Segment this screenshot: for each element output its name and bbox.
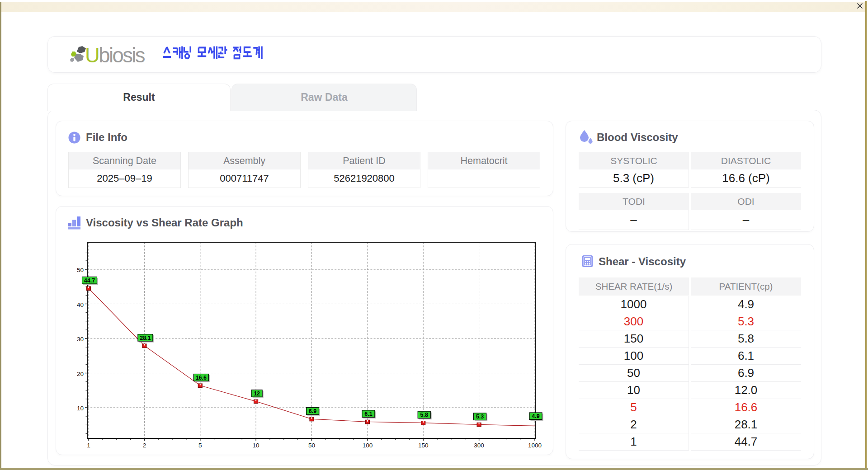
svg-text:12: 12 xyxy=(254,390,260,397)
svg-text:2: 2 xyxy=(143,442,146,449)
svg-text:16.6: 16.6 xyxy=(196,375,207,381)
svg-text:30: 30 xyxy=(77,336,84,343)
svg-text:300: 300 xyxy=(474,442,484,449)
svg-text:100: 100 xyxy=(363,442,373,449)
svg-text:1000: 1000 xyxy=(528,442,542,449)
svg-text:5: 5 xyxy=(198,442,202,449)
svg-text:28.1: 28.1 xyxy=(140,335,151,341)
svg-text:5.3: 5.3 xyxy=(476,414,484,420)
svg-text:4.9: 4.9 xyxy=(532,413,539,419)
svg-text:44.7: 44.7 xyxy=(84,277,95,284)
svg-text:40: 40 xyxy=(77,301,84,308)
svg-text:10: 10 xyxy=(77,405,84,412)
svg-text:50: 50 xyxy=(77,267,84,273)
svg-text:1: 1 xyxy=(87,442,90,449)
svg-text:150: 150 xyxy=(418,442,429,449)
svg-text:50: 50 xyxy=(308,442,315,449)
svg-text:6.9: 6.9 xyxy=(309,408,316,414)
svg-text:5.8: 5.8 xyxy=(420,412,428,418)
svg-text:6.1: 6.1 xyxy=(364,411,372,417)
svg-text:10: 10 xyxy=(253,442,259,449)
svg-text:20: 20 xyxy=(77,371,84,377)
